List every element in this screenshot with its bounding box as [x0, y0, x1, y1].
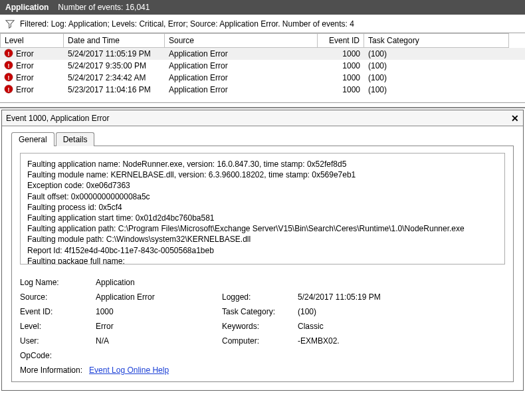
label-source: Source: — [20, 292, 93, 302]
report-line: Exception code: 0xe06d7363 — [27, 180, 498, 191]
value-eventid: 1000 — [96, 307, 219, 316]
cell-datetime: 5/24/2017 2:34:42 AM — [64, 72, 165, 84]
svg-text:!: ! — [8, 86, 10, 92]
cell-datetime: 5/24/2017 9:35:00 PM — [64, 60, 165, 72]
column-header-eventid[interactable]: Event ID — [318, 33, 364, 48]
report-line: Faulting application path: C:\Program Fi… — [27, 223, 498, 234]
event-detail-panel: Event 1000, Application Error ✕ General … — [1, 110, 524, 391]
label-keywords: Keywords: — [222, 322, 295, 331]
cell-category: (100) — [364, 72, 509, 84]
log-name: Application — [5, 0, 49, 15]
report-line: Report Id: 4f152e4d-40bc-11e7-843c-00505… — [27, 245, 498, 256]
cell-source: Application Error — [165, 72, 318, 84]
label-taskcategory: Task Category: — [222, 307, 295, 316]
tab-general[interactable]: General — [11, 132, 54, 146]
svg-text:!: ! — [8, 62, 10, 68]
tab-details[interactable]: Details — [56, 132, 95, 146]
cell-eventid: 1000 — [318, 48, 364, 60]
report-line: Faulting application name: NodeRunner.ex… — [27, 159, 498, 169]
label-logged: Logged: — [222, 292, 295, 302]
label-eventid: Event ID: — [20, 307, 93, 316]
report-line: Faulting process id: 0x5cf4 — [27, 202, 498, 213]
table-row[interactable]: !Error5/24/2017 11:05:19 PMApplication E… — [0, 48, 525, 60]
label-log-name: Log Name: — [20, 278, 93, 287]
column-header-datetime[interactable]: Date and Time — [64, 33, 165, 48]
svg-text:!: ! — [8, 50, 10, 56]
cell-level: Error — [16, 85, 34, 94]
cell-level: Error — [16, 73, 34, 82]
cell-eventid: 1000 — [318, 72, 364, 84]
error-icon: ! — [4, 60, 16, 72]
column-header-level[interactable]: Level — [0, 33, 64, 48]
grid-header: Level Date and Time Source Event ID Task… — [0, 33, 525, 48]
event-description: Faulting application name: NodeRunner.ex… — [20, 153, 505, 264]
cell-datetime: 5/24/2017 11:05:19 PM — [64, 48, 165, 60]
filter-bar[interactable]: Filtered: Log: Application; Levels: Crit… — [0, 15, 525, 33]
detail-title: Event 1000, Application Error — [6, 114, 109, 123]
error-icon: ! — [4, 49, 16, 60]
value-log-name: Application — [96, 278, 219, 287]
value-user: N/A — [96, 336, 219, 346]
cell-eventid: 1000 — [318, 60, 364, 72]
value-source: Application Error — [96, 292, 219, 302]
label-level: Level: — [20, 322, 93, 331]
report-line: Fault offset: 0x0000000000008a5c — [27, 191, 498, 202]
close-icon[interactable]: ✕ — [511, 113, 519, 124]
cell-level: Error — [16, 49, 34, 58]
report-line: Faulting module name: KERNELBASE.dll, ve… — [27, 169, 498, 180]
svg-text:!: ! — [8, 74, 10, 80]
column-header-source[interactable]: Source — [165, 33, 318, 48]
value-taskcategory: (100) — [298, 307, 505, 316]
filter-text: Filtered: Log: Application; Levels: Crit… — [20, 19, 354, 29]
value-computer: -EXMBX02. — [298, 336, 505, 346]
link-event-log-online-help[interactable]: Event Log Online Help — [89, 366, 169, 375]
value-keywords: Classic — [298, 322, 505, 331]
table-row[interactable]: !Error5/24/2017 9:35:00 PMApplication Er… — [0, 60, 525, 72]
cell-category: (100) — [364, 60, 509, 72]
report-line: Faulting module path: C:\Windows\system3… — [27, 234, 498, 245]
cell-eventid: 1000 — [318, 84, 364, 96]
cell-level: Error — [16, 61, 34, 70]
cell-category: (100) — [364, 48, 509, 60]
value-level: Error — [96, 322, 219, 331]
error-icon: ! — [4, 72, 16, 84]
panel-titlebar: Application Number of events: 16,041 — [0, 0, 525, 15]
error-icon: ! — [4, 84, 16, 96]
events-grid: Level Date and Time Source Event ID Task… — [0, 33, 525, 103]
report-line: Faulting application start time: 0x01d2d… — [27, 213, 498, 223]
report-line: Faulting package full name: — [27, 256, 498, 264]
label-user: User: — [20, 336, 93, 346]
detail-tabs: General Details — [2, 126, 523, 146]
splitter[interactable] — [0, 103, 525, 108]
cell-category: (100) — [364, 84, 509, 96]
column-header-category[interactable]: Task Category — [364, 33, 509, 48]
value-logged: 5/24/2017 11:05:19 PM — [298, 292, 505, 302]
label-more-information: More Information: — [20, 366, 82, 375]
label-opcode: OpCode: — [20, 351, 93, 360]
cell-datetime: 5/23/2017 11:04:16 PM — [64, 84, 165, 96]
table-row[interactable]: !Error5/23/2017 11:04:16 PMApplication E… — [0, 84, 525, 96]
tab-general-body: Faulting application name: NodeRunner.ex… — [11, 146, 514, 382]
event-properties: Log Name: Application Source: Applicatio… — [20, 278, 505, 360]
cell-source: Application Error — [165, 84, 318, 96]
event-count: Number of events: 16,041 — [58, 0, 150, 15]
cell-source: Application Error — [165, 48, 318, 60]
detail-header: Event 1000, Application Error ✕ — [2, 110, 523, 126]
label-computer: Computer: — [222, 336, 295, 346]
cell-source: Application Error — [165, 60, 318, 72]
table-row[interactable]: !Error5/24/2017 2:34:42 AMApplication Er… — [0, 72, 525, 84]
filter-icon — [5, 19, 15, 29]
